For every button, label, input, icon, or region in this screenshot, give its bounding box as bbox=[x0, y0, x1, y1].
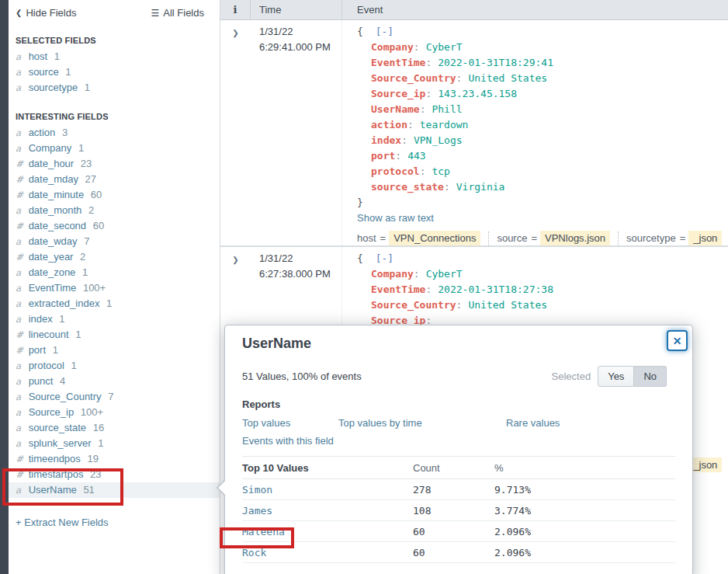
json-field-line: Company:CyberT bbox=[357, 266, 728, 282]
sidebar-field-row[interactable]: a date_month 2 bbox=[9, 203, 220, 218]
field-type-icon: a bbox=[16, 420, 26, 436]
json-key[interactable]: Source_Country bbox=[371, 72, 456, 84]
json-key[interactable]: action bbox=[371, 119, 407, 130]
json-colon: : bbox=[420, 165, 426, 177]
top-values-by-time-link[interactable]: Top values by time bbox=[338, 417, 422, 429]
field-type-icon: a bbox=[16, 125, 26, 141]
tag-value[interactable]: _json bbox=[688, 231, 722, 245]
json-value[interactable]: 2022-01-31T18:29:41 bbox=[438, 57, 553, 68]
field-name: source_state bbox=[29, 422, 86, 433]
sidebar-field-row[interactable]: # timeendpos 19 bbox=[9, 451, 220, 467]
popup-summary-row: 51 Values, 100% of events Selected Yes N… bbox=[242, 366, 675, 387]
sidebar-field-row[interactable]: # linecount 1 bbox=[9, 327, 220, 343]
json-field-line: Source_Country:United States bbox=[357, 71, 728, 86]
sidebar-field-row[interactable]: # date_mday 27 bbox=[9, 172, 220, 187]
sidebar-field-row[interactable]: # date_second 60 bbox=[9, 218, 220, 234]
json-value[interactable]: United States bbox=[468, 299, 547, 311]
json-key[interactable]: Company bbox=[371, 41, 414, 53]
json-value[interactable]: United States bbox=[468, 72, 547, 84]
selected-fields-header: SELECTED FIELDS bbox=[9, 36, 220, 45]
sidebar-field-row[interactable]: a Source_ip 100+ bbox=[9, 405, 220, 420]
sidebar-field-row[interactable]: a Source_Country 7 bbox=[9, 389, 220, 405]
sidebar-field-row[interactable]: a Company 1 bbox=[9, 141, 220, 156]
field-name: protocol bbox=[29, 360, 64, 371]
expand-event-icon[interactable]: ❯ bbox=[232, 256, 238, 264]
json-key[interactable]: Company bbox=[371, 268, 414, 280]
close-button[interactable]: ✕ bbox=[667, 330, 688, 351]
value-name-link[interactable]: Simon bbox=[242, 484, 413, 496]
sidebar-field-row[interactable]: # date_hour 23 bbox=[9, 156, 220, 172]
event-1-expand-cell: ❯ bbox=[220, 20, 251, 245]
sidebar-field-row[interactable]: a source 1 bbox=[9, 64, 220, 80]
tag-label: host bbox=[357, 232, 376, 244]
event-1-body: { [-] Company:CyberT EventTime:2022-01-3… bbox=[342, 20, 728, 245]
json-key[interactable]: Source_Country bbox=[371, 299, 456, 311]
json-value[interactable]: Virginia bbox=[456, 181, 505, 193]
json-key[interactable]: protocol bbox=[371, 165, 420, 177]
json-key[interactable]: EventTime bbox=[371, 57, 425, 68]
sidebar-field-row[interactable]: a sourcetype 1 bbox=[9, 80, 220, 96]
json-collapse-link[interactable]: [-] bbox=[376, 26, 393, 37]
show-raw-text-link[interactable]: Show as raw text bbox=[357, 210, 728, 226]
field-type-icon: a bbox=[16, 141, 26, 156]
rare-values-link[interactable]: Rare values bbox=[506, 417, 560, 429]
value-name-link[interactable]: James bbox=[242, 505, 413, 517]
json-value[interactable]: 2022-01-31T18:27:38 bbox=[438, 284, 553, 295]
sidebar-field-row[interactable]: a protocol 1 bbox=[9, 358, 220, 374]
sidebar-field-row[interactable]: a date_zone 1 bbox=[9, 265, 220, 280]
sidebar-field-row[interactable]: a date_wday 7 bbox=[9, 234, 220, 249]
json-value[interactable]: CyberT bbox=[426, 41, 463, 53]
tag-value[interactable]: VPN_Connections bbox=[389, 231, 480, 245]
sidebar-field-row[interactable]: # date_year 2 bbox=[9, 249, 220, 265]
tag-value[interactable]: _json bbox=[688, 457, 722, 472]
sidebar-field-row[interactable]: a index 1 bbox=[9, 311, 220, 327]
event-2-time: 6:27:38.000 PM bbox=[259, 266, 341, 282]
json-value[interactable]: CyberT bbox=[426, 268, 463, 280]
fields-sidebar-topbar: ❮ Hide Fields ☰ All Fields bbox=[9, 0, 220, 19]
popup-title: UserName bbox=[242, 335, 675, 352]
json-field-line: protocol:tcp bbox=[357, 164, 728, 179]
events-with-field-link[interactable]: Events with this field bbox=[242, 435, 334, 447]
sidebar-field-row[interactable]: a EventTime 100+ bbox=[9, 280, 220, 296]
hide-fields-link[interactable]: ❮ Hide Fields bbox=[16, 7, 76, 19]
sidebar-field-row[interactable]: a host 1 bbox=[9, 49, 220, 64]
tag-value[interactable]: VPNlogs.json bbox=[540, 231, 610, 245]
json-value[interactable]: VPN_Logs bbox=[414, 134, 463, 146]
json-key[interactable]: UserName bbox=[371, 103, 420, 115]
top-values-link[interactable]: Top values bbox=[242, 417, 290, 429]
json-value[interactable]: tcp bbox=[432, 165, 449, 177]
json-value[interactable]: 443 bbox=[407, 150, 425, 162]
json-key[interactable]: index bbox=[371, 134, 401, 146]
json-field-line: source_state:Virginia bbox=[357, 179, 728, 195]
event-2-date: 1/31/22 bbox=[259, 251, 341, 266]
value-percent: 2.096% bbox=[494, 547, 576, 558]
json-value[interactable]: 143.23.45.158 bbox=[438, 88, 517, 99]
sidebar-field-row[interactable]: # date_minute 60 bbox=[9, 187, 220, 203]
tag-equals: = bbox=[531, 232, 537, 244]
event-column-header: Event bbox=[342, 0, 728, 19]
sidebar-field-row[interactable]: a extracted_index 1 bbox=[9, 296, 220, 311]
json-key[interactable]: source_state bbox=[371, 181, 444, 193]
selected-yes-button[interactable]: Yes bbox=[598, 366, 634, 387]
sidebar-field-row[interactable]: a punct 4 bbox=[9, 374, 220, 389]
close-brace: } bbox=[357, 197, 363, 208]
json-collapse-link[interactable]: [-] bbox=[376, 252, 393, 264]
sidebar-field-row[interactable]: # port 1 bbox=[9, 343, 220, 358]
sidebar-field-row[interactable]: a source_state 16 bbox=[9, 420, 220, 436]
tag-divider bbox=[488, 231, 489, 245]
field-name: port bbox=[29, 344, 46, 356]
extract-new-fields-link[interactable]: + Extract New Fields bbox=[9, 517, 220, 528]
json-key[interactable]: port bbox=[371, 150, 395, 162]
event-1-time-cell[interactable]: 1/31/22 6:29:41.000 PM bbox=[251, 20, 342, 245]
field-count: 3 bbox=[62, 127, 68, 138]
json-value[interactable]: Phill bbox=[432, 103, 462, 115]
selected-no-button[interactable]: No bbox=[634, 366, 667, 387]
all-fields-link[interactable]: ☰ All Fields bbox=[151, 7, 204, 19]
json-value[interactable]: teardown bbox=[420, 119, 469, 130]
sidebar-field-row[interactable]: a action 3 bbox=[9, 125, 220, 141]
sidebar-field-row[interactable]: a splunk_server 1 bbox=[9, 436, 220, 451]
json-colon: : bbox=[425, 88, 432, 99]
json-key[interactable]: Source_ip bbox=[371, 88, 425, 99]
expand-event-icon[interactable]: ❯ bbox=[232, 29, 238, 37]
json-key[interactable]: EventTime bbox=[371, 284, 425, 295]
